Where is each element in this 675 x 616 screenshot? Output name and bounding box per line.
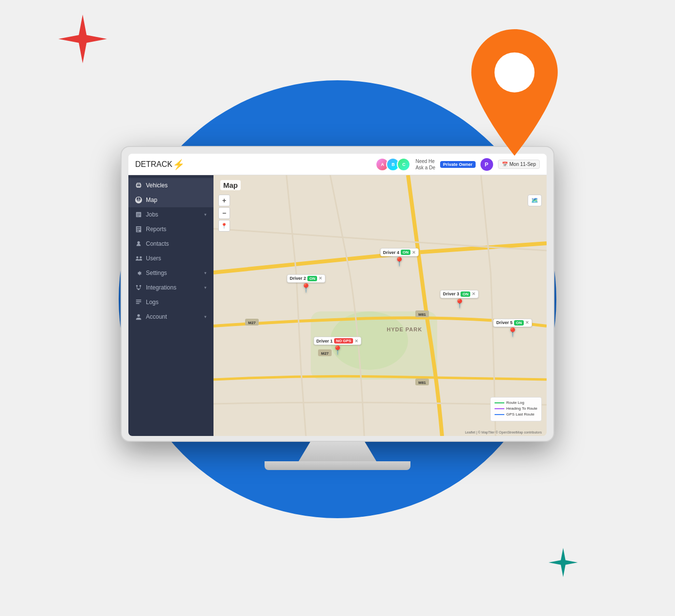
sidebar-item-account[interactable]: Account ▾ [128, 309, 213, 324]
svg-point-1 [136, 285, 138, 287]
user-avatar: P [480, 158, 493, 171]
map-controls: + − 📍 [218, 195, 230, 232]
contacts-icon [135, 240, 142, 247]
monitor-base [265, 461, 410, 470]
sidebar-item-jobs[interactable]: Jobs ▾ [128, 207, 213, 222]
avatar-3: C [397, 158, 410, 171]
sidebar-label-reports: Reports [146, 226, 207, 233]
driver-2-pin-icon: 📍 [301, 284, 311, 292]
sidebar-label-settings: Settings [146, 270, 200, 276]
sidebar-item-map[interactable]: Map [128, 193, 213, 207]
logo-track: TRACK [146, 160, 172, 169]
driver-5-pin-icon: 📍 [507, 328, 518, 337]
logs-icon [135, 299, 142, 306]
sidebar-item-contacts[interactable]: Contacts [128, 236, 213, 251]
sidebar-item-vehicles[interactable]: Vehicles [128, 178, 213, 193]
driver-2-label: Driver 2 ON ✕ [287, 274, 326, 283]
driver-pin-4[interactable]: Driver 4 ON ✕ 📍 [380, 248, 419, 266]
driver-pin-1[interactable]: Driver 1 NO GPS ✕ 📍 [314, 337, 362, 355]
sidebar-label-contacts: Contacts [146, 240, 207, 247]
driver-3-pin-icon: 📍 [454, 299, 465, 308]
reports-icon [135, 226, 142, 233]
area-label: HYDE PARK [387, 326, 422, 332]
help-text: Need He Ask a De [415, 158, 435, 171]
driver-4-pin-icon: 📍 [394, 257, 405, 266]
driver-4-label: Driver 4 ON ✕ [380, 248, 419, 256]
sidebar-label-integrations: Integrations [146, 284, 200, 291]
sidebar-label-map: Map [146, 197, 207, 203]
sidebar: Vehicles Map Jobs ▾ Reports [128, 175, 213, 436]
users-icon [135, 255, 142, 262]
settings-chevron-icon: ▾ [204, 271, 207, 275]
logo-lightning-icon: ⚡ [173, 159, 185, 170]
map-legend: Route Log Heading To Route GPS Last Rout… [490, 397, 542, 421]
driver-pin-5[interactable]: Driver 5 ON ✕ 📍 [493, 319, 532, 337]
help-avatars: A B C [375, 158, 410, 171]
logo-de: DE [135, 160, 146, 169]
sidebar-label-jobs: Jobs [146, 211, 200, 218]
driver-5-status: ON [514, 320, 524, 326]
sidebar-item-integrations[interactable]: Integrations ▾ [128, 280, 213, 295]
sidebar-label-logs: Logs [146, 299, 207, 306]
zoom-out-button[interactable]: − [218, 207, 230, 219]
monitor-screen: DETRACK⚡ A B C Need He Ask a De Private … [128, 154, 547, 436]
integrations-chevron-icon: ▾ [204, 285, 207, 290]
zoom-in-button[interactable]: + [218, 195, 230, 206]
sidebar-item-logs[interactable]: Logs [128, 295, 213, 309]
monitor-screen-border: DETRACK⚡ A B C Need He Ask a De Private … [121, 146, 554, 442]
driver-1-pin-icon: 📍 [332, 346, 343, 355]
driver-pin-2[interactable]: Driver 2 ON ✕ 📍 [287, 274, 326, 292]
main-layout: Vehicles Map Jobs ▾ Reports [128, 175, 547, 436]
legend-line-heading [495, 408, 504, 409]
integrations-icon [135, 284, 142, 291]
sidebar-label-vehicles: Vehicles [146, 182, 207, 189]
topbar: DETRACK⚡ A B C Need He Ask a De Private … [128, 154, 547, 175]
settings-icon [135, 270, 142, 276]
svg-point-0 [495, 53, 534, 92]
account-icon [135, 313, 142, 320]
sidebar-item-settings[interactable]: Settings ▾ [128, 266, 213, 280]
svg-point-2 [140, 285, 142, 287]
driver-5-label: Driver 5 ON ✕ [493, 319, 532, 327]
legend-line-route [495, 402, 504, 403]
jobs-chevron-icon: ▾ [204, 212, 207, 217]
map-attribution: Leaflet | © MapTiler © OpenStreetMap con… [465, 431, 542, 434]
user-badge: Private Owner [440, 161, 476, 168]
sidebar-label-account: Account [146, 313, 200, 320]
sidebar-item-reports[interactable]: Reports [128, 222, 213, 236]
legend-line-gps [495, 414, 504, 415]
driver-3-label: Driver 3 ON ✕ [440, 290, 479, 298]
driver-3-status: ON [461, 291, 470, 297]
legend-item-heading: Heading To Route [495, 406, 537, 411]
driver-2-status: ON [307, 276, 317, 281]
map-icon [135, 197, 142, 203]
driver-4-status: ON [401, 250, 410, 255]
driver-1-status: NO GPS [334, 338, 353, 344]
driver-pin-3[interactable]: Driver 3 ON ✕ 📍 [440, 290, 479, 308]
monitor-stand [299, 442, 376, 461]
jobs-icon [135, 211, 142, 218]
date-badge: 📅 Mon 11-Sep [498, 160, 540, 169]
layers-button[interactable]: 🗺️ [528, 195, 542, 206]
account-chevron-icon: ▾ [204, 314, 207, 319]
location-pin-icon [461, 29, 568, 156]
red-star-icon [58, 15, 107, 63]
sidebar-item-users[interactable]: Users [128, 251, 213, 266]
teal-star-icon [549, 548, 578, 577]
legend-item-gps-last: GPS Last Route [495, 412, 537, 417]
map-title: Map [220, 180, 241, 190]
map-container[interactable]: M27 M27 M81 M81 Map + − 📍 [213, 175, 547, 436]
svg-text:M81: M81 [418, 312, 426, 317]
driver-1-label: Driver 1 NO GPS ✕ [314, 337, 362, 345]
topbar-right: A B C Need He Ask a De Private Owner P 📅… [375, 158, 540, 171]
pin-button[interactable]: 📍 [218, 220, 230, 232]
sidebar-label-users: Users [146, 255, 207, 262]
legend-item-route-log: Route Log [495, 400, 537, 405]
vehicle-icon [135, 182, 142, 189]
svg-text:M27: M27 [248, 321, 256, 325]
logo: DETRACK⚡ [135, 159, 185, 170]
monitor: DETRACK⚡ A B C Need He Ask a De Private … [121, 146, 554, 470]
svg-text:M81: M81 [418, 380, 426, 385]
